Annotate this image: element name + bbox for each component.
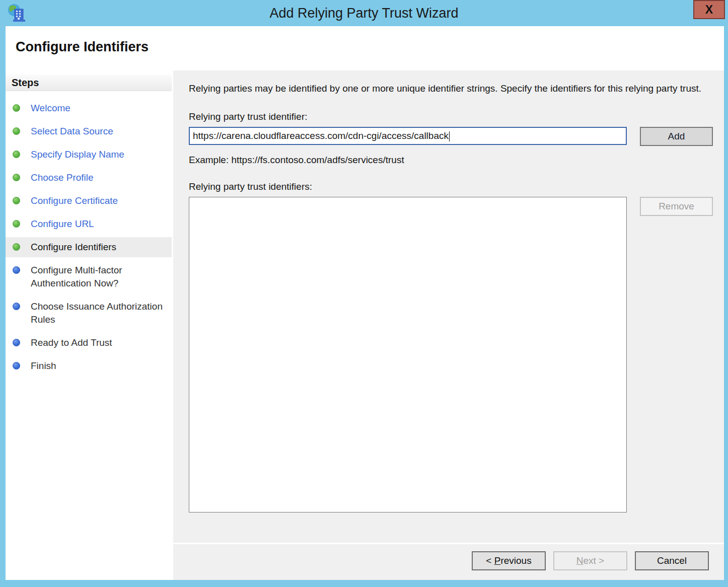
step-label: Ready to Add Trust	[31, 337, 112, 348]
step-item[interactable]: Welcome	[6, 98, 172, 118]
step-label: Choose Issuance Authorization Rules	[31, 301, 163, 325]
step-item[interactable]: Configure URL	[6, 214, 172, 234]
step-status-dot	[13, 127, 20, 135]
identifier-input[interactable]: https://carena.cloudflareaccess.com/cdn-…	[189, 127, 627, 145]
step-item: Ready to Add Trust	[6, 333, 172, 353]
identifiers-listbox[interactable]	[189, 197, 627, 512]
next-button-text: ext >	[584, 555, 605, 566]
step-status-dot	[13, 104, 20, 112]
intro-text: Relying parties may be identified by one…	[189, 82, 707, 96]
window-title: Add Relying Party Trust Wizard	[0, 0, 728, 26]
text-caret	[449, 131, 450, 141]
identifier-input-value: https://carena.cloudflareaccess.com/cdn-…	[193, 130, 449, 141]
previous-button-accelerator: P	[494, 555, 501, 566]
next-button[interactable]: Next >	[553, 551, 627, 570]
page-title: Configure Identifiers	[16, 39, 149, 55]
step-label: Configure Certificate	[31, 195, 118, 206]
step-label: Welcome	[31, 103, 70, 113]
page-header: Configure Identifiers	[6, 26, 724, 70]
step-label: Configure Multi-factor Authentication No…	[31, 265, 122, 288]
step-status-dot	[13, 220, 20, 228]
step-status-dot	[13, 197, 20, 204]
steps-list: Welcome Select Data Source Specify Displ…	[6, 98, 172, 376]
step-status-dot	[13, 339, 20, 346]
step-item[interactable]: Select Data Source	[6, 121, 172, 141]
step-label: Finish	[31, 360, 56, 371]
cancel-button[interactable]: Cancel	[635, 551, 709, 570]
previous-button[interactable]: < Previous	[472, 551, 546, 570]
content-frame: Configure Identifiers Steps Welcome Sele…	[6, 26, 724, 580]
remove-button[interactable]: Remove	[640, 197, 713, 216]
step-status-dot	[13, 362, 20, 370]
titlebar: Add Relying Party Trust Wizard X	[0, 0, 728, 27]
step-status-dot	[13, 243, 20, 251]
step-label: Configure URL	[31, 218, 94, 229]
step-item: Configure Identifiers	[6, 237, 172, 257]
step-item[interactable]: Configure Certificate	[6, 191, 172, 211]
main-panel: Relying parties may be identified by one…	[173, 70, 724, 580]
step-label: Choose Profile	[31, 172, 94, 183]
next-button-accelerator: N	[576, 555, 584, 566]
footer-buttons: < Previous Next > Cancel	[472, 551, 709, 570]
step-label: Configure Identifiers	[31, 242, 116, 252]
main-content: Relying parties may be identified by one…	[173, 70, 724, 512]
identifier-input-row: https://carena.cloudflareaccess.com/cdn-…	[189, 127, 724, 146]
steps-sidebar: Steps Welcome Select Data Source Specify…	[6, 70, 172, 580]
step-item: Finish	[6, 356, 172, 376]
add-button[interactable]: Add	[640, 127, 713, 146]
step-status-dot	[13, 174, 20, 181]
identifiers-list-label: Relying party trust identifiers:	[189, 181, 724, 192]
close-button[interactable]: X	[693, 0, 725, 19]
footer-bar: < Previous Next > Cancel	[173, 543, 724, 580]
previous-button-prefix: <	[486, 555, 494, 566]
step-item[interactable]: Specify Display Name	[6, 144, 172, 165]
step-label: Specify Display Name	[31, 149, 124, 160]
step-status-dot	[13, 151, 20, 158]
step-item: Configure Multi-factor Authentication No…	[6, 260, 172, 293]
step-status-dot	[13, 266, 20, 274]
example-text: Example: https://fs.contoso.com/adfs/ser…	[189, 155, 724, 166]
previous-button-text: revious	[500, 555, 531, 566]
wizard-window: { "window": { "title": "Add Relying Part…	[0, 0, 728, 587]
identifiers-list-row: Remove	[189, 197, 724, 512]
step-label: Select Data Source	[31, 126, 113, 136]
step-status-dot	[13, 303, 20, 310]
identifier-label: Relying party trust identifier:	[189, 111, 724, 122]
step-item[interactable]: Choose Profile	[6, 168, 172, 188]
steps-header: Steps	[6, 75, 172, 91]
step-item: Choose Issuance Authorization Rules	[6, 297, 172, 330]
